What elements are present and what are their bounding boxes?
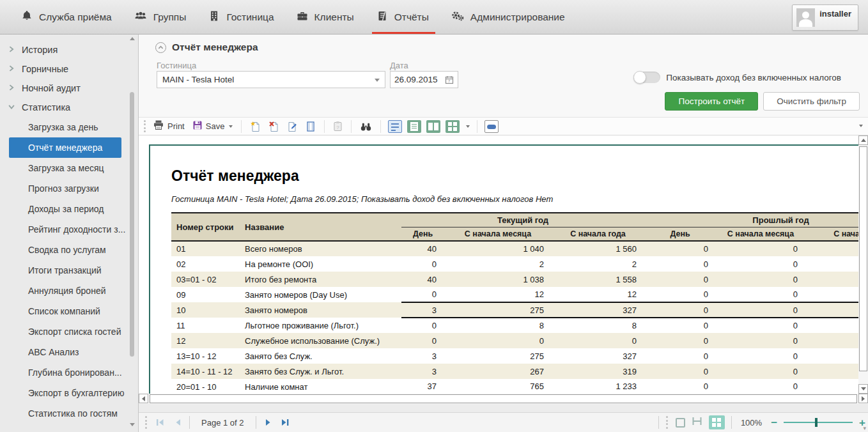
search-binoculars-icon[interactable] (359, 120, 373, 133)
horizontal-scrollbar-thumb[interactable] (150, 394, 857, 403)
scroll-down-icon[interactable] (858, 384, 868, 394)
collapse-panel-icon[interactable] (155, 42, 166, 53)
sidebar-group-housekeeping[interactable]: Горничные (0, 59, 138, 79)
new-page-button[interactable] (249, 120, 262, 134)
clear-filter-button[interactable]: Очистить фильтр (763, 92, 860, 111)
view-multi-page-button[interactable] (446, 120, 460, 133)
sidebar-item-booking-depth[interactable]: Глубина бронирован... (9, 362, 121, 383)
scroll-left-icon[interactable] (139, 394, 148, 403)
zoom-out-button[interactable]: − (771, 417, 777, 428)
row-name: На ремонте (OOI) (240, 256, 401, 272)
nav-front-desk[interactable]: Служба приёма (19, 0, 113, 34)
cell-value: 8 (444, 318, 552, 333)
col-header-row-num: Номер строки (171, 213, 240, 241)
first-page-button[interactable] (154, 417, 166, 428)
hotel-select[interactable]: MAIN - Tesla Hotel (157, 71, 385, 88)
cell-value: 765 (444, 379, 552, 394)
nav-label: Администрирование (470, 12, 565, 23)
cell-value: 319 (552, 364, 644, 379)
edit-page-button[interactable] (286, 120, 299, 134)
view-continuous-button[interactable] (388, 120, 402, 133)
save-button[interactable]: Save (191, 119, 235, 134)
col-subheader: День (401, 227, 444, 241)
date-input[interactable]: 26.09.2015 7 (390, 71, 458, 88)
save-dropdown-icon[interactable] (229, 125, 233, 128)
view-mode-dropdown-icon[interactable] (466, 125, 470, 128)
nav-administration[interactable]: Администрирование (449, 0, 566, 34)
main-area: Отчёт менеджера Гостиница MAIN - Tesla H… (139, 35, 868, 432)
view-single-page-button[interactable] (407, 120, 421, 133)
sidebar-item-manager-report[interactable]: Отчёт менеджера (9, 137, 121, 158)
zoom-slider-handle[interactable] (815, 418, 818, 427)
sidebar-group-label: Ночной аудит (22, 83, 81, 93)
scroll-up-icon[interactable] (128, 37, 136, 43)
chevron-right-icon (8, 64, 15, 74)
table-row: 01 Всего номеров 40 1 040 1 560 0 0 (171, 241, 868, 256)
scroll-down-icon[interactable] (128, 423, 136, 429)
fit-width-button[interactable] (484, 120, 499, 133)
nav-label: Клиенты (314, 12, 354, 23)
table-row: 14=10 - 11 - 12 Занято без Служ. и Льгот… (171, 364, 868, 379)
statusbar-overflow-icon[interactable]: ▾ (863, 426, 866, 431)
sidebar-item-monthly-load[interactable]: Загрузка за месяц (9, 158, 121, 178)
last-page-button[interactable] (279, 417, 291, 428)
zoom-drag-handle[interactable] (665, 415, 669, 429)
sidebar-item-company-list[interactable]: Список компаний (9, 301, 121, 321)
viewport-gap (139, 404, 868, 412)
row-code: 11 (171, 318, 240, 333)
date-label: Дата (390, 61, 408, 70)
build-report-button[interactable]: Построить отчёт (665, 92, 758, 111)
paste-disabled-button[interactable]: ? (332, 120, 344, 133)
sidebar-item-profit-rating[interactable]: Рейтинг доходности з... (9, 219, 121, 240)
sidebar-item-period-income[interactable]: Доходы за период (9, 199, 121, 219)
sidebar-item-load-forecast[interactable]: Прогноз загрузки (9, 178, 121, 199)
vertical-scrollbar-thumb[interactable] (859, 146, 867, 371)
zoom-page-width-button[interactable] (692, 416, 702, 429)
view-two-pages-button[interactable] (426, 120, 440, 133)
horizontal-scrollbar[interactable] (139, 394, 868, 404)
col-subheader: С начала месяца (444, 227, 552, 241)
sidebar-scrollbar-thumb[interactable] (130, 92, 134, 357)
sidebar-item-abc-analysis[interactable]: АВС Анализ (9, 342, 121, 362)
sidebar-item-daily-load[interactable]: Загрузка за день (9, 117, 121, 137)
cell-value: 0 (644, 318, 716, 333)
pager-drag-handle[interactable] (144, 415, 148, 429)
delete-page-button[interactable] (267, 120, 281, 134)
nav-groups[interactable]: Группы (132, 0, 188, 34)
previous-page-button[interactable] (173, 417, 183, 428)
nav-reports[interactable]: Отчёты (375, 0, 430, 34)
toolbar-overflow-icon[interactable] (859, 125, 863, 127)
sidebar-group-history[interactable]: История (0, 40, 138, 59)
page-setup-button[interactable] (304, 120, 317, 134)
scroll-right-icon[interactable] (858, 394, 868, 403)
vertical-scrollbar[interactable] (858, 135, 868, 394)
calendar-icon[interactable]: 7 (445, 75, 454, 84)
sidebar-item-transaction-totals[interactable]: Итоги транзакций (9, 260, 121, 281)
col-group-current-year: Текущий год (401, 213, 644, 227)
user-badge[interactable]: installer (792, 4, 858, 31)
sidebar-item-guest-statistics[interactable]: Статистика по гостям (9, 403, 121, 424)
sidebar-group-night-audit[interactable]: Ночной аудит (0, 79, 138, 98)
report-viewport: Отчёт менеджера Гостиница MAIN - Tesla H… (139, 135, 868, 404)
sidebar-item-services-summary[interactable]: Сводка по услугам (9, 240, 121, 260)
zoom-level-value: 100% (741, 418, 762, 428)
next-page-button[interactable] (263, 417, 273, 428)
scroll-up-icon[interactable] (858, 135, 868, 145)
cell-value: 0 (716, 241, 805, 256)
tax-toggle[interactable] (633, 72, 660, 83)
sidebar-group-statistics[interactable]: Статистика (0, 98, 138, 117)
cell-value: 8 (552, 318, 644, 333)
sidebar-item-cancelled-bookings[interactable]: Аннуляция броней (9, 281, 121, 301)
toolbar-drag-handle[interactable] (143, 120, 146, 134)
nav-hotel[interactable]: Гостиница (206, 0, 275, 34)
row-code: 02 (171, 256, 240, 272)
printer-icon (153, 120, 164, 133)
zoom-100-button[interactable] (709, 415, 725, 429)
zoom-whole-page-button[interactable] (676, 418, 685, 428)
print-button[interactable]: Print (151, 118, 186, 134)
sidebar-scrollbar[interactable] (128, 37, 136, 429)
sidebar-item-accounting-export[interactable]: Экспорт в бухгалтерию (9, 383, 121, 403)
zoom-slider[interactable] (784, 417, 853, 428)
nav-clients[interactable]: Клиенты (295, 0, 355, 34)
sidebar-item-guest-export[interactable]: Экспорт списка гостей (9, 321, 121, 342)
